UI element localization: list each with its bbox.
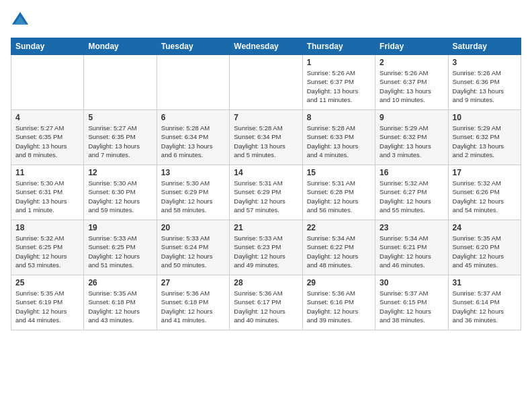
- calendar-cell: 5Sunrise: 5:27 AM Sunset: 6:35 PM Daylig…: [84, 110, 157, 165]
- day-info: Sunrise: 5:36 AM Sunset: 6:16 PM Dayligh…: [307, 289, 371, 324]
- day-number: 6: [161, 113, 225, 122]
- calendar-cell: 10Sunrise: 5:29 AM Sunset: 6:32 PM Dayli…: [448, 110, 521, 165]
- calendar-cell: 12Sunrise: 5:30 AM Sunset: 6:30 PM Dayli…: [84, 165, 157, 220]
- day-info: Sunrise: 5:32 AM Sunset: 6:25 PM Dayligh…: [15, 234, 79, 269]
- header-wednesday: Wednesday: [230, 38, 302, 55]
- day-number: 10: [453, 113, 517, 122]
- day-info: Sunrise: 5:31 AM Sunset: 6:29 PM Dayligh…: [234, 179, 298, 214]
- calendar-week-4: 18Sunrise: 5:32 AM Sunset: 6:25 PM Dayli…: [11, 220, 521, 275]
- calendar-cell: 14Sunrise: 5:31 AM Sunset: 6:29 PM Dayli…: [230, 165, 302, 220]
- header-saturday: Saturday: [448, 38, 521, 55]
- calendar-cell: 26Sunrise: 5:35 AM Sunset: 6:18 PM Dayli…: [84, 275, 157, 330]
- day-number: 1: [307, 58, 371, 67]
- header-tuesday: Tuesday: [157, 38, 229, 55]
- calendar-cell: 23Sunrise: 5:34 AM Sunset: 6:21 PM Dayli…: [375, 220, 448, 275]
- day-info: Sunrise: 5:28 AM Sunset: 6:34 PM Dayligh…: [234, 124, 298, 159]
- calendar-cell: [11, 55, 84, 110]
- day-number: 21: [234, 223, 298, 232]
- calendar-cell: 28Sunrise: 5:36 AM Sunset: 6:17 PM Dayli…: [230, 275, 302, 330]
- calendar-cell: 3Sunrise: 5:26 AM Sunset: 6:36 PM Daylig…: [448, 55, 521, 110]
- day-number: 28: [234, 278, 298, 287]
- day-number: 2: [380, 58, 443, 67]
- calendar-cell: [84, 55, 157, 110]
- day-number: 11: [15, 168, 79, 177]
- day-number: 13: [161, 168, 225, 177]
- page-header: [11, 11, 521, 30]
- day-info: Sunrise: 5:26 AM Sunset: 6:37 PM Dayligh…: [380, 68, 443, 104]
- calendar-cell: 8Sunrise: 5:28 AM Sunset: 6:33 PM Daylig…: [302, 110, 375, 165]
- day-info: Sunrise: 5:30 AM Sunset: 6:29 PM Dayligh…: [161, 179, 225, 214]
- day-info: Sunrise: 5:36 AM Sunset: 6:17 PM Dayligh…: [234, 289, 298, 324]
- calendar-week-3: 11Sunrise: 5:30 AM Sunset: 6:31 PM Dayli…: [11, 165, 521, 220]
- calendar-cell: 25Sunrise: 5:35 AM Sunset: 6:19 PM Dayli…: [11, 275, 84, 330]
- calendar-week-1: 1Sunrise: 5:26 AM Sunset: 6:37 PM Daylig…: [11, 55, 521, 110]
- calendar-cell: 22Sunrise: 5:34 AM Sunset: 6:22 PM Dayli…: [302, 220, 375, 275]
- day-info: Sunrise: 5:28 AM Sunset: 6:34 PM Dayligh…: [161, 124, 225, 159]
- calendar-cell: 24Sunrise: 5:35 AM Sunset: 6:20 PM Dayli…: [448, 220, 521, 275]
- day-info: Sunrise: 5:31 AM Sunset: 6:28 PM Dayligh…: [307, 179, 371, 214]
- day-info: Sunrise: 5:30 AM Sunset: 6:31 PM Dayligh…: [15, 179, 79, 214]
- calendar-cell: 16Sunrise: 5:32 AM Sunset: 6:27 PM Dayli…: [375, 165, 448, 220]
- calendar-cell: 1Sunrise: 5:26 AM Sunset: 6:37 PM Daylig…: [302, 55, 375, 110]
- day-number: 23: [380, 223, 443, 232]
- day-number: 3: [453, 58, 517, 67]
- calendar-cell: 2Sunrise: 5:26 AM Sunset: 6:37 PM Daylig…: [375, 55, 448, 110]
- calendar-cell: 11Sunrise: 5:30 AM Sunset: 6:31 PM Dayli…: [11, 165, 84, 220]
- day-number: 7: [234, 113, 298, 122]
- day-number: 5: [88, 113, 152, 122]
- calendar-cell: 4Sunrise: 5:27 AM Sunset: 6:35 PM Daylig…: [11, 110, 84, 165]
- calendar-cell: 6Sunrise: 5:28 AM Sunset: 6:34 PM Daylig…: [157, 110, 229, 165]
- day-info: Sunrise: 5:27 AM Sunset: 6:35 PM Dayligh…: [88, 124, 152, 159]
- day-info: Sunrise: 5:33 AM Sunset: 6:25 PM Dayligh…: [88, 234, 152, 269]
- calendar-cell: 21Sunrise: 5:33 AM Sunset: 6:23 PM Dayli…: [230, 220, 302, 275]
- calendar-cell: 17Sunrise: 5:32 AM Sunset: 6:26 PM Dayli…: [448, 165, 521, 220]
- day-number: 31: [453, 278, 517, 287]
- calendar-week-5: 25Sunrise: 5:35 AM Sunset: 6:19 PM Dayli…: [11, 275, 521, 330]
- day-info: Sunrise: 5:34 AM Sunset: 6:21 PM Dayligh…: [380, 234, 443, 269]
- day-number: 17: [453, 168, 517, 177]
- header-friday: Friday: [375, 38, 448, 55]
- calendar-cell: 29Sunrise: 5:36 AM Sunset: 6:16 PM Dayli…: [302, 275, 375, 330]
- day-info: Sunrise: 5:30 AM Sunset: 6:30 PM Dayligh…: [88, 179, 152, 214]
- calendar-cell: 9Sunrise: 5:29 AM Sunset: 6:32 PM Daylig…: [375, 110, 448, 165]
- day-number: 8: [307, 113, 371, 122]
- header-thursday: Thursday: [302, 38, 375, 55]
- calendar-cell: 13Sunrise: 5:30 AM Sunset: 6:29 PM Dayli…: [157, 165, 229, 220]
- day-info: Sunrise: 5:26 AM Sunset: 6:37 PM Dayligh…: [307, 68, 371, 104]
- day-info: Sunrise: 5:26 AM Sunset: 6:36 PM Dayligh…: [453, 68, 517, 104]
- calendar-cell: 31Sunrise: 5:37 AM Sunset: 6:14 PM Dayli…: [448, 275, 521, 330]
- day-info: Sunrise: 5:37 AM Sunset: 6:15 PM Dayligh…: [380, 289, 443, 324]
- calendar-cell: 7Sunrise: 5:28 AM Sunset: 6:34 PM Daylig…: [230, 110, 302, 165]
- logo: [11, 11, 32, 30]
- calendar-cell: 18Sunrise: 5:32 AM Sunset: 6:25 PM Dayli…: [11, 220, 84, 275]
- day-info: Sunrise: 5:37 AM Sunset: 6:14 PM Dayligh…: [453, 289, 517, 324]
- day-info: Sunrise: 5:32 AM Sunset: 6:26 PM Dayligh…: [453, 179, 517, 214]
- calendar-cell: [230, 55, 302, 110]
- calendar-week-2: 4Sunrise: 5:27 AM Sunset: 6:35 PM Daylig…: [11, 110, 521, 165]
- calendar-cell: [157, 55, 229, 110]
- calendar-table: SundayMondayTuesdayWednesdayThursdayFrid…: [11, 38, 521, 330]
- day-number: 29: [307, 278, 371, 287]
- day-number: 16: [380, 168, 443, 177]
- day-number: 9: [380, 113, 443, 122]
- calendar-cell: 27Sunrise: 5:36 AM Sunset: 6:18 PM Dayli…: [157, 275, 229, 330]
- day-info: Sunrise: 5:36 AM Sunset: 6:18 PM Dayligh…: [161, 289, 225, 324]
- day-info: Sunrise: 5:35 AM Sunset: 6:19 PM Dayligh…: [15, 289, 79, 324]
- day-number: 4: [15, 113, 79, 122]
- day-number: 24: [453, 223, 517, 232]
- calendar-cell: 15Sunrise: 5:31 AM Sunset: 6:28 PM Dayli…: [302, 165, 375, 220]
- day-number: 30: [380, 278, 443, 287]
- day-number: 12: [88, 168, 152, 177]
- day-info: Sunrise: 5:35 AM Sunset: 6:20 PM Dayligh…: [453, 234, 517, 269]
- day-number: 25: [15, 278, 79, 287]
- day-info: Sunrise: 5:29 AM Sunset: 6:32 PM Dayligh…: [380, 124, 443, 159]
- day-number: 19: [88, 223, 152, 232]
- day-info: Sunrise: 5:35 AM Sunset: 6:18 PM Dayligh…: [88, 289, 152, 324]
- day-info: Sunrise: 5:33 AM Sunset: 6:24 PM Dayligh…: [161, 234, 225, 269]
- day-number: 26: [88, 278, 152, 287]
- calendar-cell: 20Sunrise: 5:33 AM Sunset: 6:24 PM Dayli…: [157, 220, 229, 275]
- day-info: Sunrise: 5:27 AM Sunset: 6:35 PM Dayligh…: [15, 124, 79, 159]
- calendar-header-row: SundayMondayTuesdayWednesdayThursdayFrid…: [11, 38, 521, 55]
- day-info: Sunrise: 5:29 AM Sunset: 6:32 PM Dayligh…: [453, 124, 517, 159]
- day-info: Sunrise: 5:28 AM Sunset: 6:33 PM Dayligh…: [307, 124, 371, 159]
